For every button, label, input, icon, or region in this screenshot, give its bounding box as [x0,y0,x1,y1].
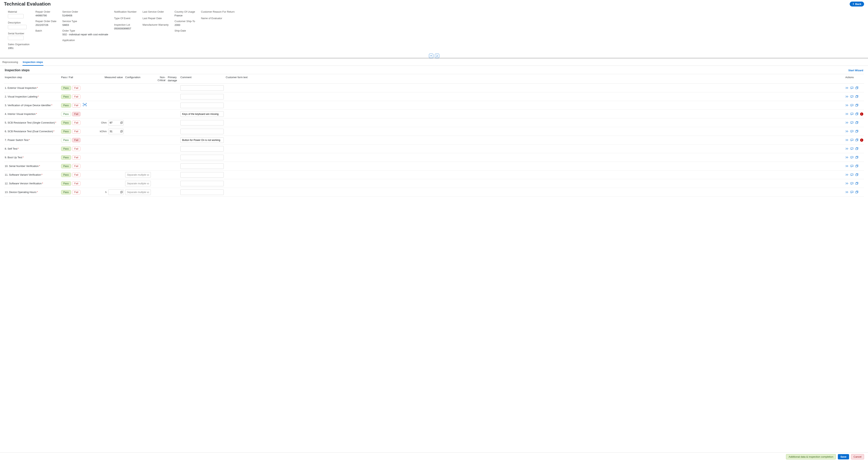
skip-icon[interactable] [845,147,849,150]
comment-input[interactable] [180,137,224,143]
barcode-icon[interactable] [83,103,87,106]
comment-icon[interactable] [850,147,854,150]
pass-button[interactable]: Pass [61,129,71,134]
fail-button[interactable]: Fail [72,138,81,142]
copy-icon[interactable] [855,156,859,159]
comment-icon[interactable] [850,86,854,90]
copy-icon[interactable] [855,147,859,150]
skip-icon[interactable] [845,95,849,98]
copy-icon[interactable] [855,191,859,194]
skip-icon[interactable] [845,191,849,194]
copy-icon[interactable] [855,138,859,142]
copy-icon[interactable] [855,129,859,133]
copy-icon[interactable] [855,112,859,116]
skip-icon[interactable] [845,112,849,116]
pass-button[interactable]: Pass [61,181,71,186]
comment-input[interactable] [180,190,224,195]
copy-icon[interactable] [855,164,859,168]
popout-icon[interactable] [120,130,123,133]
table-row: 2. Visual Inspection Labeling*PassFail [4,92,864,101]
tab-inspection-steps[interactable]: Inspection steps [23,59,43,66]
fail-button[interactable]: Fail [72,112,81,116]
pass-button[interactable]: Pass [61,147,71,151]
copy-icon[interactable] [855,182,859,185]
fail-button[interactable]: Fail [72,181,81,186]
collapse-button[interactable] [429,54,433,58]
comment-icon[interactable] [850,104,854,107]
comment-icon[interactable] [850,138,854,142]
fail-button[interactable]: Fail [72,121,81,125]
fail-button[interactable]: Fail [72,94,81,99]
fail-button[interactable]: Fail [72,173,81,177]
comment-input[interactable] [180,164,224,169]
copy-icon[interactable] [855,104,859,107]
pass-button[interactable]: Pass [61,94,71,99]
copy-icon[interactable] [855,95,859,98]
skip-icon[interactable] [845,104,849,107]
pass-button[interactable]: Pass [61,190,71,194]
copy-icon[interactable] [855,121,859,124]
comment-input[interactable] [180,172,224,178]
comment-icon[interactable] [850,156,854,159]
fail-button[interactable]: Fail [72,103,81,108]
comment-input[interactable] [180,155,224,160]
comment-input[interactable] [180,129,224,134]
comment-icon[interactable] [850,164,854,168]
comment-icon[interactable] [850,182,854,185]
col-comment: Comment [180,76,226,82]
pass-button[interactable]: Pass [61,121,71,125]
pass-button[interactable]: Pass [61,173,71,177]
pass-button[interactable]: Pass [61,112,71,116]
skip-icon[interactable] [845,86,849,90]
comment-input[interactable] [180,103,224,108]
configuration-input[interactable] [125,190,151,195]
pass-button[interactable]: Pass [61,155,71,160]
skip-icon[interactable] [845,156,849,159]
material-input[interactable] [8,14,24,18]
pass-button[interactable]: Pass [61,164,71,168]
skip-icon[interactable] [845,182,849,185]
skip-icon[interactable] [845,173,849,176]
pin-button[interactable] [435,54,439,58]
fail-button[interactable]: Fail [72,190,81,194]
comment-input[interactable] [180,85,224,91]
chevron-up-icon [430,55,432,57]
serial-number-input[interactable] [8,36,24,40]
skip-icon[interactable] [845,129,849,133]
back-button[interactable]: Back [850,2,864,6]
pass-button[interactable]: Pass [61,138,71,142]
skip-icon[interactable] [845,164,849,168]
comment-input[interactable] [180,111,224,117]
comment-input[interactable] [180,120,224,125]
comment-input[interactable] [180,94,224,99]
comment-icon[interactable] [850,95,854,98]
pass-button[interactable]: Pass [61,103,71,108]
comment-icon[interactable] [850,191,854,194]
comment-input[interactable] [180,181,224,186]
pass-fail-cell: PassFail [61,94,97,99]
skip-icon[interactable] [845,121,849,124]
skip-icon[interactable] [845,138,849,142]
pass-button[interactable]: Pass [61,86,71,90]
comment-icon[interactable] [850,173,854,176]
description-input[interactable] [8,25,27,29]
fail-button[interactable]: Fail [72,164,81,168]
copy-icon[interactable] [855,86,859,90]
serial-number-label: Serial Number [8,32,30,35]
comment-icon[interactable] [850,121,854,124]
tab-reprocessing[interactable]: Reprocessing [2,59,19,65]
fail-button[interactable]: Fail [72,129,81,134]
comment-icon[interactable] [850,129,854,133]
popout-icon[interactable] [120,121,123,124]
copy-icon[interactable] [855,173,859,176]
configuration-input[interactable] [125,181,151,186]
start-wizard-link[interactable]: Start Wizard [848,69,863,72]
fail-button[interactable]: Fail [72,147,81,151]
popout-icon[interactable] [120,191,123,194]
configuration-input[interactable] [125,172,151,178]
comment-icon[interactable] [850,112,854,116]
fail-button[interactable]: Fail [72,86,81,90]
fail-button[interactable]: Fail [72,155,81,160]
customer-reason-label: Customer Reason For Return [201,10,235,13]
comment-input[interactable] [180,146,224,151]
